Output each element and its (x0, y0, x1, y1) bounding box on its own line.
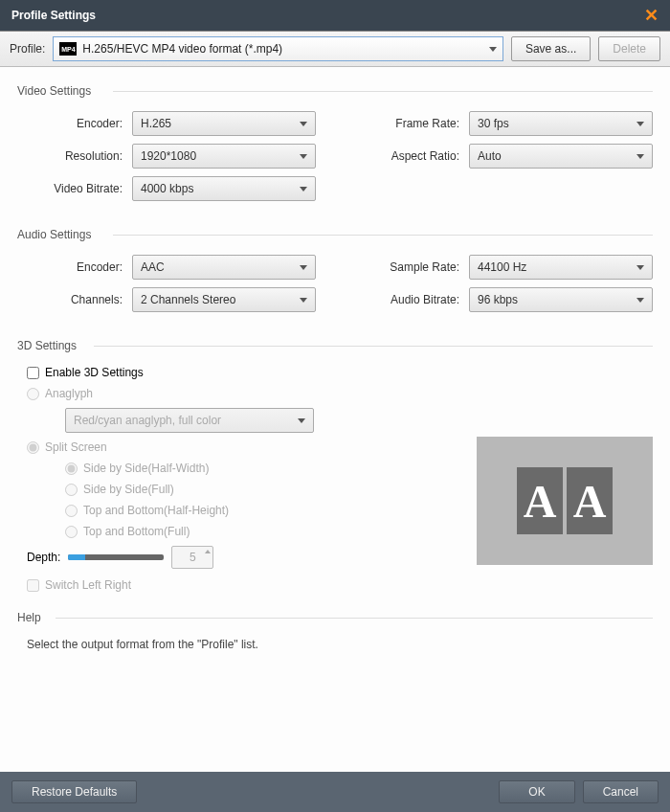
sbs-half-label: Side by Side(Half-Width) (83, 462, 209, 475)
audio-group-title: Audio Settings (17, 228, 99, 241)
tb-full-radio (65, 526, 78, 538)
chevron-down-icon (636, 265, 644, 270)
save-as-button[interactable]: Save as... (511, 36, 591, 61)
aspect-label: Aspect Ratio: (354, 149, 469, 163)
enable-3d-checkbox[interactable] (27, 367, 39, 379)
audio-bitrate-dropdown[interactable]: 96 kbps (469, 287, 653, 312)
chevron-down-icon (636, 122, 644, 126)
audio-encoder-dropdown[interactable]: AAC (132, 255, 316, 280)
depth-slider[interactable] (68, 554, 164, 560)
sbs-full-radio (65, 484, 78, 496)
resolution-dropdown[interactable]: 1920*1080 (132, 144, 316, 169)
tb-half-radio (65, 505, 78, 517)
samplerate-label: Sample Rate: (354, 260, 469, 274)
anaglyph-label: Anaglyph (45, 387, 93, 400)
depth-spinner: 5 (171, 546, 213, 569)
resolution-label: Resolution: (17, 149, 132, 163)
channels-label: Channels: (17, 293, 132, 306)
3d-group-title: 3D Settings (17, 339, 84, 352)
help-text: Select the output format from the "Profi… (27, 638, 653, 651)
profile-dropdown[interactable]: MP4 H.265/HEVC MP4 video format (*.mp4) (53, 36, 503, 61)
footer: Restore Defaults OK Cancel (0, 772, 670, 812)
chevron-down-icon (300, 154, 307, 159)
audio-settings-group: Audio Settings Encoder: AAC Channels: 2 … (17, 228, 653, 320)
depth-label: Depth: (27, 551, 60, 564)
sbs-half-radio (65, 462, 78, 475)
ok-button[interactable]: OK (499, 780, 574, 803)
chevron-down-icon (300, 187, 307, 192)
chevron-down-icon (298, 418, 305, 423)
chevron-down-icon (300, 265, 307, 270)
enable-3d-label: Enable 3D Settings (45, 366, 144, 379)
audio-encoder-label: Encoder: (17, 260, 132, 274)
video-encoder-dropdown[interactable]: H.265 (132, 111, 316, 136)
toolbar: Profile: MP4 H.265/HEVC MP4 video format… (0, 31, 670, 67)
3d-preview: A A (477, 437, 653, 565)
video-bitrate-dropdown[interactable]: 4000 kbps (132, 176, 316, 201)
video-settings-group: Video Settings Encoder: H.265 Resolution… (17, 84, 653, 209)
preview-a-right: A (567, 467, 613, 534)
help-group: Help Select the output format from the "… (17, 611, 653, 651)
preview-a-left: A (517, 467, 563, 534)
chevron-down-icon (636, 154, 644, 159)
chevron-down-icon (636, 298, 644, 303)
video-encoder-label: Encoder: (17, 117, 132, 130)
samplerate-dropdown[interactable]: 44100 Hz (469, 255, 653, 280)
channels-dropdown[interactable]: 2 Channels Stereo (132, 287, 316, 312)
restore-defaults-button[interactable]: Restore Defaults (11, 780, 137, 803)
anaglyph-radio (27, 388, 39, 400)
profile-label: Profile: (10, 42, 45, 56)
chevron-down-icon (300, 122, 307, 126)
audio-bitrate-label: Audio Bitrate: (354, 293, 469, 306)
tb-full-label: Top and Bottom(Full) (83, 525, 190, 538)
anaglyph-mode-dropdown: Red/cyan anaglyph, full color (65, 408, 314, 433)
tb-half-label: Top and Bottom(Half-Height) (83, 504, 229, 517)
help-group-title: Help (17, 611, 49, 624)
aspect-dropdown[interactable]: Auto (469, 144, 653, 169)
chevron-down-icon (489, 47, 497, 52)
video-bitrate-label: Video Bitrate: (17, 182, 132, 195)
split-screen-radio (27, 441, 39, 454)
mp4-icon: MP4 (59, 42, 77, 56)
switch-lr-label: Switch Left Right (45, 578, 131, 592)
profile-value: H.265/HEVC MP4 video format (*.mp4) (82, 42, 483, 56)
framerate-dropdown[interactable]: 30 fps (469, 111, 653, 136)
cancel-button[interactable]: Cancel (583, 780, 659, 803)
delete-button: Delete (598, 36, 660, 61)
framerate-label: Frame Rate: (354, 117, 469, 130)
close-icon[interactable]: ✕ (644, 5, 659, 26)
titlebar: Profile Settings ✕ (0, 0, 670, 31)
chevron-down-icon (300, 298, 307, 303)
switch-lr-checkbox (27, 579, 39, 592)
sbs-full-label: Side by Side(Full) (83, 483, 174, 496)
video-group-title: Video Settings (17, 84, 99, 98)
split-screen-label: Split Screen (45, 440, 107, 454)
window-title: Profile Settings (11, 9, 96, 22)
